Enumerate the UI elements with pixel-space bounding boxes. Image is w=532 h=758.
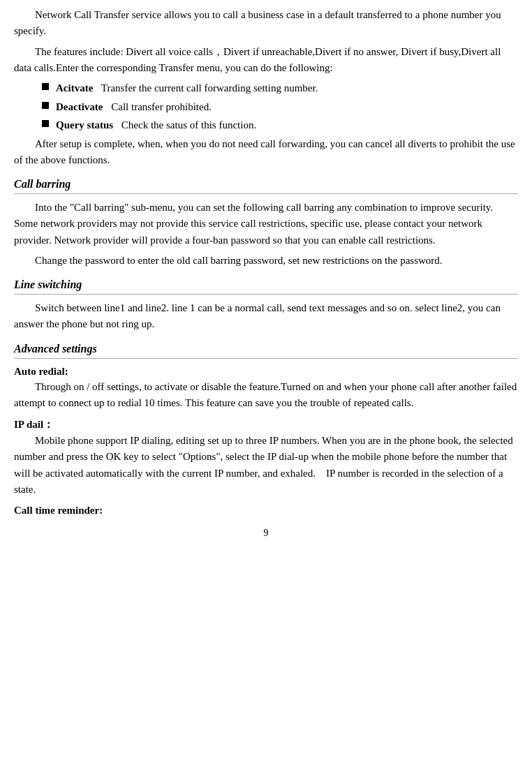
line-switching-para1: Switch between line1 and line2. line 1 c… — [14, 300, 518, 333]
section-divider-line-switching — [14, 294, 518, 295]
list-item-activate: Acitvate Transfer the current call forwa… — [42, 80, 518, 96]
subsection-ip-dail-title: IP dail： — [14, 418, 518, 431]
subsection-auto-redial-body: Through on / off settings, to activate o… — [14, 379, 518, 412]
term-query-status: Query status — [56, 119, 113, 131]
bullet-icon — [42, 102, 49, 109]
term-deactivate: Deactivate — [56, 101, 103, 112]
call-barring-para2: Change the password to enter the old cal… — [14, 253, 518, 269]
subsection-call-time-reminder-title: Call time reminder: — [14, 505, 518, 517]
page-number: 9 — [14, 528, 518, 539]
desc-activate: Transfer the current call forwarding set… — [101, 82, 318, 94]
section-line-switching: Line switching Switch between line1 and … — [14, 278, 518, 333]
intro-para1: Network Call Transfer service allows you… — [14, 7, 518, 40]
section-heading-line-switching: Line switching — [14, 278, 518, 291]
subsection-ip-dail-body: Mobile phone support IP dialing, editing… — [14, 433, 518, 498]
subsection-auto-redial-title: Auto redial: — [14, 366, 518, 378]
desc-deactivate: Call transfer prohibited. — [111, 101, 212, 112]
intro-para2: The features include: Divert all voice c… — [14, 44, 518, 77]
section-divider-call-barring — [14, 193, 518, 194]
section-heading-call-barring: Call barring — [14, 178, 518, 191]
section-call-barring: Call barring Into the "Call barring" sub… — [14, 178, 518, 269]
list-item-query-status: Query status Check the satus of this fun… — [42, 117, 518, 133]
list-item-deactivate: Deactivate Call transfer prohibited. — [42, 99, 518, 115]
content-area: Network Call Transfer service allows you… — [14, 7, 518, 539]
intro-para3: After setup is complete, when, when you … — [14, 136, 518, 169]
bullet-icon — [42, 83, 49, 90]
feature-list: Acitvate Transfer the current call forwa… — [42, 80, 518, 133]
call-barring-para1: Into the "Call barring" sub-menu, you ca… — [14, 200, 518, 248]
section-advanced-settings: Advanced settings Auto redial: Through o… — [14, 343, 518, 517]
bullet-icon — [42, 120, 49, 127]
section-divider-advanced-settings — [14, 358, 518, 359]
term-activate: Acitvate — [56, 82, 93, 94]
desc-query-status: Check the satus of this function. — [121, 119, 256, 131]
section-heading-advanced-settings: Advanced settings — [14, 343, 518, 355]
